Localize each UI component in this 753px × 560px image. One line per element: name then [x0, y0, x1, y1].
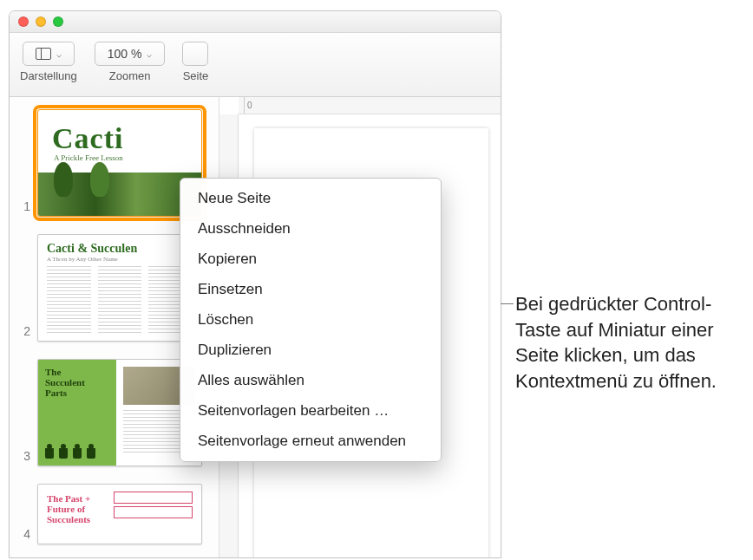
horizontal-ruler: 0: [239, 97, 501, 114]
menu-item-duplicate[interactable]: Duplizieren: [180, 335, 441, 366]
thumb4-title-line2: Future of: [47, 504, 85, 514]
thumb3-title-line2: Succulent: [45, 377, 85, 387]
thumb3-plant-icons: [45, 448, 95, 459]
window-titlebar: [10, 11, 501, 33]
view-button-label: Darstellung: [20, 69, 77, 82]
zoom-value: 100 %: [108, 47, 142, 61]
thumb4-title-line3: Succulents: [47, 514, 90, 524]
thumbnail-number: 1: [18, 199, 30, 217]
next-button[interactable]: [182, 42, 208, 66]
menu-item-delete[interactable]: Löschen: [180, 305, 441, 335]
menu-item-reapply-template[interactable]: Seitenvorlage erneut anwenden: [180, 427, 441, 457]
page-thumbnail-3[interactable]: The Succulent Parts: [37, 359, 202, 466]
callout-leader-line: [501, 303, 514, 304]
window-zoom-button[interactable]: [53, 16, 63, 27]
next-button-label: Seite: [183, 69, 209, 82]
thumb3-title-line1: The: [45, 367, 61, 377]
thumbnail-row-4: 4 The Past + Future of Succulents: [18, 484, 210, 544]
window-close-button[interactable]: [18, 16, 29, 27]
menu-item-paste[interactable]: Einsetzen: [180, 275, 441, 305]
thumbnail-number: 4: [18, 527, 30, 544]
thumb1-image: [38, 173, 201, 216]
toolbar-view-group: ⌵ Darstellung: [20, 42, 77, 82]
menu-item-new-page[interactable]: Neue Seite: [180, 184, 441, 214]
thumb2-text-columns: [47, 266, 193, 334]
thumbnail-number: 2: [18, 324, 30, 342]
thumb4-title-line1: The Past +: [47, 493, 90, 504]
thumb2-title: Cacti & Succulen: [38, 235, 201, 256]
menu-item-select-all[interactable]: Alles auswählen: [180, 366, 441, 396]
toolbar: ⌵ Darstellung 100 % ⌵ Zoomen Seite: [10, 33, 501, 97]
page-thumbnail-4[interactable]: The Past + Future of Succulents: [37, 484, 202, 544]
thumb1-title: Cacti: [38, 110, 201, 155]
callout-text: Bei gedrückter Control-Taste auf Miniatu…: [515, 291, 743, 394]
toolbar-next-group: Seite: [182, 42, 208, 82]
sidebar-icon: [36, 48, 51, 60]
view-button[interactable]: ⌵: [23, 42, 75, 66]
page-thumbnail-1[interactable]: Cacti A Prickle Free Lesson: [37, 109, 202, 217]
zoom-dropdown[interactable]: 100 % ⌵: [95, 42, 166, 66]
chevron-down-icon: ⌵: [147, 49, 152, 59]
menu-item-cut[interactable]: Ausschneiden: [180, 214, 441, 244]
thumb3-title-line3: Parts: [45, 387, 67, 398]
menu-item-copy[interactable]: Kopieren: [180, 244, 441, 275]
chevron-down-icon: ⌵: [56, 49, 62, 59]
thumb3-left-panel: The Succulent Parts: [38, 360, 116, 466]
thumb1-subtitle: A Prickle Free Lesson: [38, 153, 201, 162]
menu-item-edit-templates[interactable]: Seitenvorlagen bearbeiten …: [180, 396, 441, 427]
toolbar-zoom-group: 100 % ⌵ Zoomen: [95, 42, 166, 82]
ruler-tick-0: 0: [244, 97, 252, 114]
zoom-label: Zoomen: [109, 69, 151, 82]
window-minimize-button[interactable]: [36, 16, 46, 27]
context-menu: Neue Seite Ausschneiden Kopieren Einsetz…: [180, 178, 442, 462]
thumb2-subtitle: A Thorn by Any Other Name: [38, 256, 201, 263]
page-thumbnail-2[interactable]: Cacti & Succulen A Thorn by Any Other Na…: [37, 234, 202, 342]
thumbnail-number: 3: [18, 449, 30, 466]
